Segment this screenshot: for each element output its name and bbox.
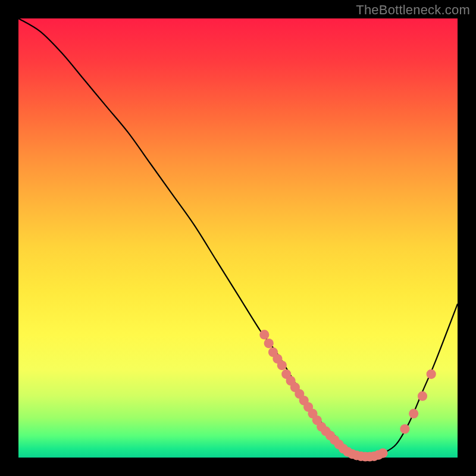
curve-marker-dot <box>409 409 418 418</box>
curve-marker-dot <box>418 392 427 401</box>
curve-marker-dot <box>264 339 274 348</box>
curve-marker-dot <box>378 449 387 458</box>
curve-marker-dot <box>277 361 287 370</box>
watermark-text: TheBottleneck.com <box>356 2 470 18</box>
chart-svg <box>18 18 458 458</box>
curve-marker-dot <box>400 424 409 434</box>
curve-marker-dot <box>259 330 269 339</box>
curve-marker-dot <box>427 369 436 379</box>
curve-markers <box>259 330 436 461</box>
bottleneck-curve <box>18 18 458 458</box>
chart-plot-area <box>18 18 458 458</box>
